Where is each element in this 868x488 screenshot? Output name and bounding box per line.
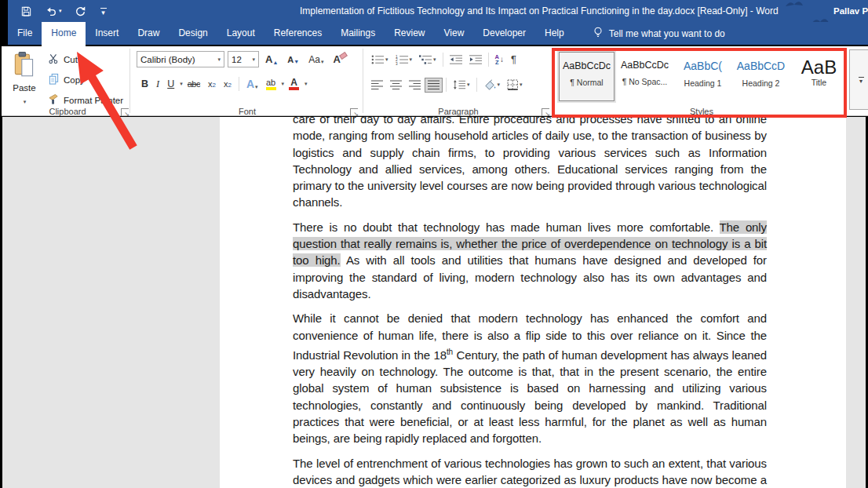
tab-file[interactable]: File: [8, 22, 42, 45]
undo-icon[interactable]: ▾: [40, 4, 67, 19]
font-size-value: 12: [232, 55, 242, 64]
show-hide-pilcrow-button[interactable]: ¶: [509, 52, 519, 67]
shading-button[interactable]: ▾: [481, 78, 503, 92]
tab-layout[interactable]: Layout: [217, 22, 264, 45]
ribbon: Paste ▾ Cut Copy Format Painter: [2, 46, 868, 116]
align-right-button[interactable]: [407, 78, 423, 92]
paragraph[interactable]: While it cannot be denied that modern te…: [293, 310, 767, 446]
bold-button[interactable]: B: [138, 78, 151, 90]
paste-dropdown-caret[interactable]: ▾: [24, 99, 27, 104]
sort-button[interactable]: AZ ↓: [493, 53, 506, 67]
font-name-combobox[interactable]: Calibri (Body)▾: [137, 51, 224, 67]
ribbon-tab-bar: FileHomeInsertDrawDesignLayoutReferences…: [8, 22, 868, 45]
increase-indent-button[interactable]: [467, 53, 484, 67]
ribbon-tabs: FileHomeInsertDrawDesignLayoutReferences…: [8, 22, 574, 46]
style-card-heading2[interactable]: AaBbCcD Heading 2: [733, 52, 789, 101]
change-case-button[interactable]: Aa▾: [305, 53, 326, 66]
tab-mailings[interactable]: Mailings: [331, 22, 385, 45]
styles-gallery: AaBbCcDc ¶ Normal AaBbCcDc ¶ No Spac... …: [559, 52, 847, 101]
align-center-button[interactable]: [388, 78, 404, 92]
paragraph-group-label: Paragraph: [366, 107, 551, 116]
window-title: Implementation of Fictitious Technology …: [300, 0, 779, 22]
highlight-dropdown-caret[interactable]: ▾: [282, 81, 285, 87]
cut-button[interactable]: Cut: [46, 51, 126, 67]
style-card-no-spacing[interactable]: AaBbCcDc ¶ No Spac...: [617, 52, 673, 101]
tab-developer[interactable]: Developer: [473, 22, 535, 45]
text-highlight-button[interactable]: ab: [263, 78, 279, 91]
font-size-combobox[interactable]: 12▾: [228, 51, 259, 67]
text-effects-button[interactable]: A▾: [243, 77, 261, 91]
tab-help[interactable]: Help: [535, 22, 574, 45]
style-card-normal[interactable]: AaBbCcDc ¶ Normal: [559, 52, 615, 101]
styles-group-label: Styles: [556, 107, 848, 116]
tab-home[interactable]: Home: [42, 22, 86, 46]
shrink-font-button[interactable]: A▼: [284, 54, 302, 65]
clipboard-dialog-launcher-icon[interactable]: [121, 108, 129, 116]
line-spacing-button[interactable]: ▾: [450, 78, 472, 92]
paragraph-dialog-launcher-icon[interactable]: [542, 108, 549, 116]
superscript-button[interactable]: x2: [221, 78, 235, 89]
clear-formatting-button[interactable]: A: [330, 53, 343, 66]
tab-review[interactable]: Review: [385, 22, 434, 45]
font-color-button[interactable]: A: [286, 78, 302, 91]
numbering-button[interactable]: 123 ▾: [393, 53, 415, 67]
user-account-name[interactable]: Pallav P: [833, 0, 868, 22]
underline-dropdown-caret[interactable]: ▾: [180, 81, 183, 87]
tell-me-label: Tell me what you want to do: [609, 28, 725, 39]
more-styles-icon: ▾: [859, 77, 864, 83]
highlight-color-swatch: [266, 87, 276, 90]
clipboard-small-buttons: Cut Copy Format Painter: [46, 51, 126, 108]
format-painter-icon: [48, 93, 60, 107]
paste-clipboard-icon: [11, 68, 38, 82]
more-styles-button[interactable]: ▾: [849, 49, 868, 110]
save-icon[interactable]: [16, 4, 37, 19]
strikethrough-button[interactable]: abc: [184, 78, 203, 89]
copy-button[interactable]: Copy: [46, 71, 126, 88]
group-separator: [129, 49, 130, 113]
format-painter-button[interactable]: Format Painter: [46, 92, 126, 108]
font-color-swatch: [289, 87, 299, 90]
scissors-icon: [48, 53, 60, 66]
undo-dropdown-caret[interactable]: ▾: [59, 8, 62, 14]
font-dialog-launcher-icon[interactable]: [350, 108, 358, 116]
decrease-indent-button[interactable]: [447, 53, 465, 67]
styles-group: AaBbCcDc ¶ Normal AaBbCcDc ¶ No Spac... …: [556, 46, 848, 116]
style-card-title[interactable]: AaB Title: [791, 52, 847, 101]
font-color-dropdown-caret[interactable]: ▾: [305, 81, 308, 87]
paragraph[interactable]: The level of entrenchment of various tec…: [293, 455, 767, 488]
tab-references[interactable]: References: [264, 22, 331, 45]
customize-qat-icon[interactable]: ▾: [94, 8, 113, 14]
repeat-icon[interactable]: [70, 4, 91, 19]
bullets-button[interactable]: ▾: [369, 53, 391, 67]
paste-label: Paste: [8, 83, 41, 93]
align-left-button[interactable]: [369, 78, 385, 92]
subscript-button[interactable]: x2: [205, 78, 219, 89]
paragraph[interactable]: care of their day to day affairs. Entire…: [293, 117, 767, 211]
paste-button[interactable]: Paste ▾: [8, 51, 41, 106]
borders-button[interactable]: ▾: [505, 78, 525, 92]
copy-icon: [48, 73, 60, 86]
font-group-label: Font: [133, 107, 361, 116]
justify-button[interactable]: [425, 78, 442, 92]
tell-me-box[interactable]: Tell me what you want to do: [593, 22, 725, 45]
clipboard-group: Paste ▾ Cut Copy Format Painter: [5, 46, 130, 116]
style-card-heading1[interactable]: AaBbC( Heading 1: [675, 52, 731, 101]
italic-button[interactable]: I: [153, 78, 162, 91]
copy-label: Copy: [64, 75, 85, 85]
clipboard-group-label: Clipboard: [5, 107, 130, 116]
tab-draw[interactable]: Draw: [128, 22, 169, 45]
tab-insert[interactable]: Insert: [86, 22, 128, 45]
paragraph-group: ▾ 123 ▾ ▾ AZ ↓ ¶: [366, 46, 551, 116]
group-separator: [363, 49, 363, 113]
font-name-value: Calibri (Body): [140, 55, 195, 64]
multilevel-list-button[interactable]: ▾: [417, 53, 439, 67]
tab-view[interactable]: View: [435, 22, 474, 45]
paragraph[interactable]: There is no doubt that technology has ma…: [293, 219, 767, 302]
grow-font-button[interactable]: A▲: [262, 53, 281, 66]
underline-button[interactable]: U: [164, 78, 177, 90]
document-page[interactable]: care of their day to day affairs. Entire…: [220, 117, 846, 488]
tab-design[interactable]: Design: [169, 22, 217, 45]
title-bar: ▾ ▾ Implementation of Fictitious Technol…: [8, 0, 868, 22]
document-workspace: care of their day to day affairs. Entire…: [2, 117, 866, 488]
format-painter-label: Format Painter: [64, 96, 123, 105]
